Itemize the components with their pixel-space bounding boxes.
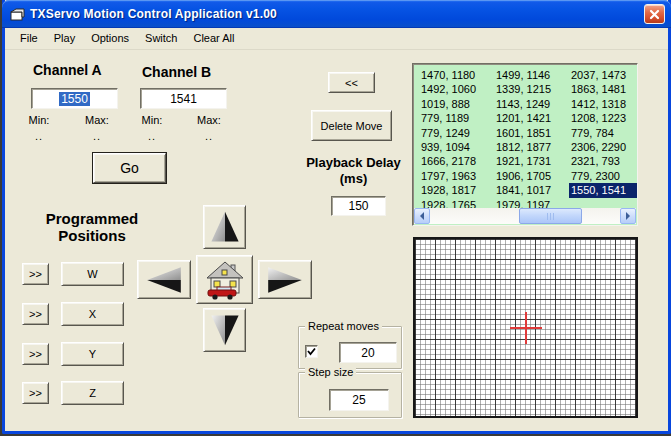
- menu-file[interactable]: File: [12, 29, 46, 48]
- programmed-positions-label: Programmed Positions: [13, 210, 171, 244]
- move-item[interactable]: 1841, 1017: [494, 183, 570, 197]
- home-button[interactable]: [196, 255, 253, 304]
- send-x-button[interactable]: >>: [22, 303, 49, 325]
- step-size-value: 25: [352, 393, 365, 407]
- client-area: Channel A Channel B 1550 1541 Min:.. Max…: [5, 50, 668, 431]
- move-item[interactable]: 1601, 1851: [494, 126, 570, 140]
- move-item[interactable]: 779, 2300: [569, 169, 638, 183]
- move-item[interactable]: 1906, 1705: [494, 169, 570, 183]
- move-item[interactable]: 1208, 1223: [569, 111, 638, 125]
- move-item[interactable]: 2037, 1473: [569, 68, 638, 82]
- move-item[interactable]: 779, 1189: [419, 111, 495, 125]
- move-item[interactable]: 2306, 2290: [569, 140, 638, 154]
- right-button[interactable]: [258, 260, 312, 299]
- repeat-moves-group: Repeat moves 20: [298, 326, 402, 369]
- send-y-button[interactable]: >>: [22, 343, 49, 365]
- menu-switch[interactable]: Switch: [137, 29, 185, 48]
- menu-options[interactable]: Options: [83, 29, 137, 48]
- channel-b-value: 1541: [170, 92, 197, 106]
- position-z-button[interactable]: Z: [61, 381, 124, 405]
- menu-bar: File Play Options Switch Clear All: [5, 28, 668, 50]
- playback-delay-value: 150: [348, 199, 368, 213]
- playback-delay-input[interactable]: 150: [331, 196, 386, 216]
- channel-b-min: Min:..: [134, 114, 170, 142]
- left-button[interactable]: [137, 260, 191, 299]
- move-item-selected[interactable]: 1550, 1541: [569, 183, 638, 197]
- moves-listbox[interactable]: 1470, 11801492, 10601019, 888779, 118977…: [412, 63, 638, 226]
- channel-b-input[interactable]: 1541: [140, 88, 227, 109]
- up-button[interactable]: [203, 205, 246, 249]
- position-w-button[interactable]: W: [61, 262, 124, 286]
- scroll-left-icon: [420, 212, 424, 220]
- app-icon: [10, 8, 25, 21]
- step-size-group: Step size 25: [298, 372, 402, 418]
- menu-play[interactable]: Play: [46, 29, 83, 48]
- position-grid[interactable]: [413, 237, 638, 418]
- move-item[interactable]: 1339, 1215: [494, 82, 570, 96]
- moves-column: 1499, 11461339, 12151143, 12491201, 1421…: [494, 68, 570, 212]
- close-icon: [649, 9, 660, 20]
- move-item[interactable]: 1499, 1146: [494, 68, 570, 82]
- repeat-moves-value: 20: [361, 346, 374, 360]
- move-item[interactable]: 1492, 1060: [419, 82, 495, 96]
- move-item[interactable]: 1928, 1817: [419, 183, 495, 197]
- move-item[interactable]: 1201, 1421: [494, 111, 570, 125]
- moves-list-columns: 1470, 11801492, 10601019, 888779, 118977…: [413, 68, 637, 209]
- scrollbar-thumb[interactable]: [519, 208, 582, 224]
- right-arrow-icon: [263, 264, 307, 296]
- move-item[interactable]: 1412, 1318: [569, 97, 638, 111]
- move-item[interactable]: 779, 784: [569, 126, 638, 140]
- scroll-right-button[interactable]: [620, 208, 636, 224]
- move-item[interactable]: 1812, 1877: [494, 140, 570, 154]
- playback-delay-label: Playback Delay (ms): [306, 155, 401, 187]
- window-title: TXServo Motion Control Application v1.00: [30, 7, 277, 21]
- repeat-moves-label: Repeat moves: [305, 320, 382, 332]
- add-move-button[interactable]: <<: [328, 72, 375, 93]
- moves-column: 2037, 14731863, 14811412, 13181208, 1223…: [569, 68, 638, 198]
- position-y-button[interactable]: Y: [61, 342, 124, 366]
- move-item[interactable]: 939, 1094: [419, 140, 495, 154]
- crosshair-icon: [510, 312, 542, 344]
- move-item[interactable]: 1863, 1481: [569, 82, 638, 96]
- position-x-button[interactable]: X: [61, 302, 124, 326]
- channel-b-label: Channel B: [142, 64, 211, 80]
- channel-a-value: 1550: [59, 92, 90, 106]
- house-with-car-icon: [204, 260, 246, 300]
- left-arrow-icon: [142, 264, 186, 296]
- step-size-label: Step size: [305, 366, 356, 378]
- moves-column: 1470, 11801492, 10601019, 888779, 118977…: [419, 68, 495, 212]
- channel-a-max: Max:..: [79, 114, 115, 142]
- move-item[interactable]: 1143, 1249: [494, 97, 570, 111]
- repeat-moves-input[interactable]: 20: [339, 342, 397, 363]
- move-item[interactable]: 1666, 2178: [419, 154, 495, 168]
- close-button[interactable]: [644, 4, 665, 24]
- send-w-button[interactable]: >>: [22, 263, 49, 285]
- channel-a-min: Min:..: [21, 114, 57, 142]
- channel-a-input[interactable]: 1550: [31, 88, 118, 109]
- channel-a-label: Channel A: [33, 62, 102, 78]
- down-arrow-icon: [208, 312, 242, 348]
- title-bar[interactable]: TXServo Motion Control Application v1.00: [2, 0, 671, 28]
- go-button[interactable]: Go: [93, 153, 166, 183]
- scrollbar-track[interactable]: [430, 208, 620, 224]
- send-z-button[interactable]: >>: [22, 382, 49, 404]
- move-item[interactable]: 779, 1249: [419, 126, 495, 140]
- down-button[interactable]: [203, 308, 246, 352]
- app-window: TXServo Motion Control Application v1.00…: [2, 0, 671, 434]
- move-item[interactable]: 1019, 888: [419, 97, 495, 111]
- repeat-moves-checkbox[interactable]: [305, 345, 318, 358]
- moves-list-hscrollbar[interactable]: [414, 208, 636, 224]
- move-item[interactable]: 1797, 1963: [419, 169, 495, 183]
- scroll-left-button[interactable]: [414, 208, 430, 224]
- step-size-input[interactable]: 25: [329, 389, 389, 411]
- move-item[interactable]: 1921, 1731: [494, 154, 570, 168]
- channel-b-max: Max:..: [191, 114, 227, 142]
- move-item[interactable]: 2321, 793: [569, 154, 638, 168]
- delete-move-button[interactable]: Delete Move: [311, 110, 392, 141]
- scroll-right-icon: [626, 212, 630, 220]
- checkmark-icon: [307, 347, 316, 356]
- move-item[interactable]: 1470, 1180: [419, 68, 495, 82]
- menu-clear-all[interactable]: Clear All: [185, 29, 242, 48]
- up-arrow-icon: [208, 209, 242, 245]
